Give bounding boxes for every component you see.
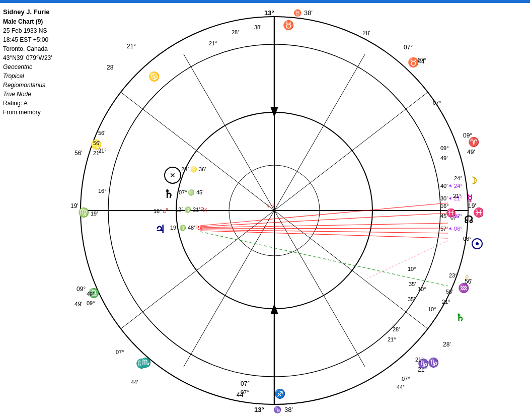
capricorn-degree: 21° (415, 357, 424, 363)
sun-degree: 06° (463, 236, 472, 242)
mc-degree: 13° (264, 9, 274, 17)
ring-top: 38' (254, 24, 261, 30)
aquarius-deg: 21° (442, 299, 450, 305)
ring-tl-deg: 21° (209, 40, 217, 46)
ring-lt-3: 16° (98, 188, 107, 194)
bot-r-1: 10° (408, 266, 416, 272)
aries-ring-deg: 09° (440, 145, 449, 151)
chart-system3: Regiomontanus (3, 81, 52, 90)
leo-ring-min: 56' (93, 140, 100, 146)
northnode-symbol: ☊ (464, 214, 473, 225)
ring-r-1: 40' (440, 183, 447, 189)
saturn-sign-label: ♍ (188, 189, 195, 196)
person-name: Sidney J. Furie (3, 7, 52, 17)
outer-br-1: 28' (443, 341, 451, 348)
chart-location: Toronto, Canada (3, 44, 52, 53)
aries-ring-min: 49' (440, 155, 447, 161)
fortune-minutes: 36' (199, 166, 206, 172)
jupiter-symbol: ♃ (155, 223, 165, 236)
chart-note: From memory (3, 108, 52, 117)
chart-date: 25 Feb 1933 NS (3, 26, 52, 35)
outer-label-1: 28' (362, 30, 370, 37)
bot-r-2: 35' (409, 281, 416, 287)
chart-system1: Geocentric (3, 62, 52, 72)
virgo-label-l: 16° (154, 208, 162, 214)
astro-chart-svg: 13° ♉ 38' 13° ♑ 38' 28' 07° 44' 09° 49' … (65, 4, 483, 417)
chart-type: Male Chart (9) (3, 17, 52, 26)
chart-time: 18:45 EST +5:00 (3, 35, 52, 44)
venus-symbol: ♀ (463, 272, 471, 283)
outer-tl-2: 21° (127, 43, 136, 50)
mars-minutes: 21' (193, 206, 200, 213)
bot-r-4: 21° (388, 336, 396, 342)
ring-r-deg4: ✶ 06° (448, 226, 463, 232)
fortune-symbol: ✕ (170, 171, 176, 179)
taurus-ring-deg: 07° (418, 57, 426, 63)
libra-ring-deg: 09° (87, 300, 95, 306)
libra-ring-min: 49' (87, 291, 94, 297)
info-panel: Sidney J. Furie Male Chart (9) 25 Feb 19… (3, 7, 52, 117)
pisces-ring: ♓ (446, 208, 456, 218)
saturn-symbol: ♄ (164, 188, 174, 200)
chart-system4: True Node (3, 90, 52, 99)
mercury-symbol-r: ☿ (467, 193, 473, 203)
outer-l-1: 09° (77, 286, 86, 293)
ring-rb-1: 10° (418, 286, 426, 292)
fortune-sign: ♌ (190, 166, 197, 173)
sign-cancer: ♋ (148, 71, 160, 82)
jupiter-degree: 19° (170, 225, 179, 231)
mars-degree: 12° (175, 206, 184, 213)
jupiter-sign-label: ♍ (179, 224, 186, 231)
leo-ring-deg: 21° (93, 150, 102, 156)
outer-label-2: 07° (404, 44, 413, 51)
ring-r-2: 30' (440, 195, 447, 201)
sun-inner-dot (476, 242, 479, 245)
sign-sagittarius: ♐ (274, 388, 286, 399)
capricorn-ring-deg: 07° (402, 376, 410, 382)
fortune-degree: 28° (181, 166, 190, 172)
outer-tl-1: 28' (107, 64, 115, 71)
mars-sign-label: ♍ (184, 206, 191, 213)
ic-sign: ♑ (273, 405, 282, 414)
venus-degree: 23° (449, 272, 458, 278)
mc-minutes: 38' (304, 9, 313, 17)
top-bar (0, 0, 530, 3)
moon-degree: 24° (454, 175, 463, 181)
ring-rt-1: 07° (433, 100, 441, 106)
mars-rx: Rx (200, 206, 207, 213)
chart-area: 13° ♉ 38' 13° ♑ 38' 28' 07° 44' 09° 49' … (65, 4, 483, 417)
sign-aquarius: ♒ (458, 283, 470, 294)
saturn-symbol-r: ♄ (456, 312, 465, 323)
sagittarius-ring-deg: 07° (241, 389, 249, 395)
sign-gemini: ♉ (283, 20, 294, 31)
ring-r-deg1: ✶ 24° (448, 183, 463, 189)
ring-rb-2: 35' (408, 296, 415, 302)
saturn-degree: 07° (179, 189, 187, 195)
scorpio-sign-bottom: ♏ (140, 357, 152, 368)
ring-lt-1: 56' (98, 130, 105, 136)
sign-aries: ♈ (468, 136, 480, 148)
virgo-ring-deg: 19' (91, 211, 98, 217)
jupiter-minutes: 48' (188, 225, 195, 231)
ic-degree: 13° (254, 406, 264, 413)
mercury-degree: 21° (453, 193, 462, 199)
outer-l-2: 49' (74, 301, 83, 308)
ring-r-4: 57' (440, 226, 447, 232)
bot-r-3: 28' (393, 326, 400, 332)
moon-symbol: ☽ (468, 175, 477, 186)
scorpio-ring-deg: 07° (116, 349, 124, 355)
scorpio-minutes: 44' (131, 379, 138, 385)
outer-r-2: 49' (467, 149, 475, 156)
mc-sign: ♉ (293, 9, 302, 17)
sign-pisces: ♓ (473, 207, 483, 218)
mars-symbol: ♂ (161, 204, 170, 217)
pisces-deg: 16° (440, 203, 449, 209)
capricorn-sign: ♑ (428, 357, 439, 368)
outer-l-3: 19' (70, 202, 79, 209)
chart-coords: 43°N39' 079°W23' (3, 53, 52, 62)
ring-top-l: 28' (232, 29, 239, 35)
center-cluster: ♀♀ (266, 201, 276, 209)
ring-rb-3: 10° (428, 306, 436, 312)
outer-l-4: 56' (74, 150, 83, 157)
capricorn-ring-min: 44' (397, 384, 404, 390)
